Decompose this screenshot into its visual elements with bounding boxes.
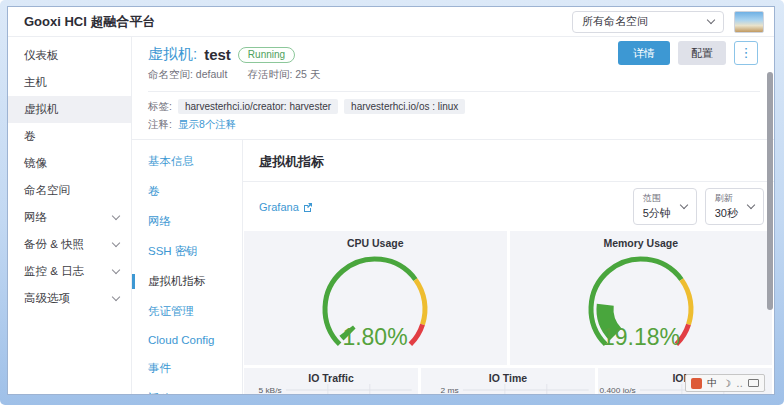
chevron-down-icon — [112, 239, 120, 247]
tab-item-2[interactable]: 网络 — [132, 214, 242, 229]
sidebar-item-5[interactable]: 命名空间 — [8, 177, 131, 204]
metrics-title: 虚拟机指标 — [243, 140, 774, 182]
svg-text:2 ms: 2 ms — [441, 386, 459, 394]
sidebar-item-label: 镜像 — [24, 156, 47, 171]
vertical-scrollbar[interactable] — [767, 72, 773, 310]
sidebar-item-4[interactable]: 镜像 — [8, 150, 131, 177]
sidebar-item-label: 网络 — [24, 210, 47, 225]
chart-title: Memory Usage — [510, 237, 773, 249]
tab-item-0[interactable]: 基本信息 — [132, 154, 242, 169]
svg-text:19.18%: 19.18% — [602, 324, 680, 350]
namespace-meta: 命名空间: default — [148, 68, 227, 82]
tab-item-5[interactable]: 凭证管理 — [132, 304, 242, 319]
chart-title: IO Time — [421, 372, 595, 384]
sidebar-item-2[interactable]: 虚拟机 — [8, 96, 131, 123]
details-button[interactable]: 详情 — [618, 41, 670, 65]
tab-item-1[interactable]: 卷 — [132, 184, 242, 199]
detail-tab-nav: 基本信息卷网络SSH 密钥虚拟机指标凭证管理Cloud Config事件迁移 — [132, 140, 242, 394]
svg-text:5 kB/s: 5 kB/s — [258, 386, 281, 394]
tag-badge-0: harvesterhci.io/creator: harvester — [178, 99, 338, 114]
chevron-down-icon — [112, 266, 120, 274]
range-select[interactable]: 范围 5分钟 — [633, 188, 697, 225]
toolbar-selects: 范围 5分钟 刷新 30秒 — [633, 188, 764, 225]
sidebar-item-9[interactable]: 高级选项 — [8, 285, 131, 312]
resource-type-label: 虚拟机: — [148, 45, 197, 64]
tags-row: 标签: harvesterhci.io/creator: harvesterha… — [132, 92, 774, 114]
gauge-row: CPU Usage 1.80% Memory Usage 19.18% — [244, 231, 772, 365]
sidebar: 仪表板主机虚拟机卷镜像命名空间网络备份 & 快照监控 & 日志高级选项 — [8, 37, 132, 394]
sidebar-item-1[interactable]: 主机 — [8, 69, 131, 96]
chevron-down-icon — [112, 212, 120, 220]
range-value: 5分钟 — [643, 206, 671, 221]
age-label: 存活时间: — [247, 68, 292, 80]
status-badge: Running — [238, 47, 295, 63]
svg-text:1.80%: 1.80% — [343, 324, 408, 350]
detail-header: 虚拟机: test Running 命名空间: default 存活时间: 25… — [132, 37, 774, 92]
io-traffic-chart: IO Traffic 5 kB/s4 kB/s3 kB/s — [244, 368, 418, 394]
show-annotations-link[interactable]: 显示8个注释 — [178, 118, 236, 132]
metrics-toolbar: Grafana 范围 5分钟 — [243, 182, 774, 231]
sidebar-item-8[interactable]: 监控 & 日志 — [8, 258, 131, 285]
sidebar-item-3[interactable]: 卷 — [8, 123, 131, 150]
sidebar-item-label: 虚拟机 — [24, 102, 59, 117]
namespace-filter-select[interactable]: 所有命名空间 — [572, 11, 724, 33]
app-window: Gooxi HCI 超融合平台 所有命名空间 仪表板主机虚拟机卷镜像命名空间网络… — [7, 6, 775, 395]
metrics-panel: 虚拟机指标 Grafana — [242, 140, 774, 394]
namespace-label: 命名空间: — [148, 68, 193, 80]
refresh-value: 30秒 — [715, 206, 738, 221]
detail-body: 基本信息卷网络SSH 密钥虚拟机指标凭证管理Cloud Config事件迁移 虚… — [132, 139, 774, 394]
sidebar-item-7[interactable]: 备份 & 快照 — [8, 231, 131, 258]
ime-keyboard-icon[interactable] — [748, 379, 759, 387]
header-right: 所有命名空间 — [572, 11, 764, 33]
chart-title: IO Traffic — [244, 372, 418, 384]
tag-badge-1: harvesterhci.io/os : linux — [344, 99, 465, 114]
tab-item-4[interactable]: 虚拟机指标 — [132, 274, 242, 289]
namespace-filter-value: 所有命名空间 — [582, 14, 648, 29]
sidebar-item-0[interactable]: 仪表板 — [8, 42, 131, 69]
kebab-menu-button[interactable]: ⋮ — [734, 41, 758, 65]
action-buttons: 详情 配置 ⋮ — [618, 41, 758, 65]
svg-text:0.400 io/s: 0.400 io/s — [599, 386, 635, 394]
chevron-down-icon — [707, 16, 715, 24]
sidebar-item-label: 监控 & 日志 — [24, 264, 84, 279]
chart-title: CPU Usage — [244, 237, 507, 249]
refresh-label: 刷新 — [715, 192, 738, 205]
meta-row: 命名空间: default 存活时间: 25 天 — [148, 68, 760, 82]
refresh-select[interactable]: 刷新 30秒 — [705, 188, 764, 225]
grafana-link[interactable]: Grafana — [259, 201, 313, 213]
tab-item-8[interactable]: 迁移 — [132, 391, 242, 394]
age-meta: 存活时间: 25 天 — [247, 68, 320, 82]
cpu-usage-gauge: CPU Usage 1.80% — [244, 231, 507, 365]
main-content: 虚拟机: test Running 命名空间: default 存活时间: 25… — [132, 37, 774, 394]
chevron-down-icon — [680, 201, 688, 209]
tab-item-7[interactable]: 事件 — [132, 361, 242, 376]
tab-item-6[interactable]: Cloud Config — [132, 334, 242, 346]
sidebar-item-label: 主机 — [24, 75, 47, 90]
config-button[interactable]: 配置 — [678, 41, 726, 65]
ime-logo-icon[interactable] — [691, 378, 702, 389]
io-time-chart: IO Time 2 ms1.50 ms1 ms — [421, 368, 595, 394]
app-body: 仪表板主机虚拟机卷镜像命名空间网络备份 & 快照监控 & 日志高级选项 虚拟机:… — [8, 37, 774, 394]
avatar[interactable] — [734, 11, 764, 33]
divider — [148, 91, 760, 92]
app-title: Gooxi HCI 超融合平台 — [24, 13, 155, 31]
sidebar-item-6[interactable]: 网络 — [8, 204, 131, 231]
ime-more-icon[interactable]: ‥ — [736, 378, 743, 389]
memory-usage-gauge: Memory Usage 19.18% — [510, 231, 773, 365]
chevron-down-icon — [747, 201, 755, 209]
range-label: 范围 — [643, 192, 671, 205]
tag-list: harvesterhci.io/creator: harvesterharves… — [178, 99, 465, 114]
sidebar-item-label: 命名空间 — [24, 183, 70, 198]
tab-item-3[interactable]: SSH 密钥 — [132, 244, 242, 259]
external-link-icon — [303, 202, 313, 212]
ime-toolbar[interactable]: 中 ☽ ‥ — [685, 374, 765, 392]
sidebar-item-label: 高级选项 — [24, 291, 70, 306]
age-value: 25 天 — [295, 68, 320, 80]
ime-mode-indicator[interactable]: 中 — [707, 376, 717, 390]
ime-moon-icon[interactable]: ☽ — [722, 378, 731, 389]
annotations-row: 注释: 显示8个注释 — [132, 114, 774, 139]
grafana-link-label: Grafana — [259, 201, 299, 213]
namespace-value: default — [196, 68, 228, 80]
charts-area: CPU Usage 1.80% Memory Usage 19.18% — [243, 231, 774, 394]
sidebar-item-label: 卷 — [24, 129, 36, 144]
